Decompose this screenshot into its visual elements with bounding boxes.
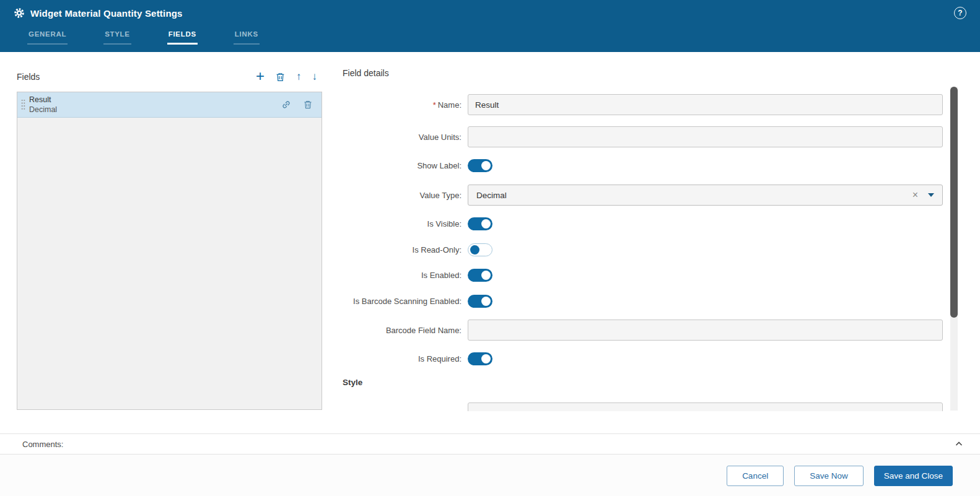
drag-handle-icon[interactable] xyxy=(21,99,25,110)
header: Widget Material Quantity Settings ? GENE… xyxy=(0,0,980,52)
comments-label: Comments: xyxy=(22,440,63,449)
field-details-title: Field details xyxy=(343,68,389,78)
window-title: Widget Material Quantity Settings xyxy=(30,8,183,19)
title-row: Widget Material Quantity Settings ? xyxy=(0,0,980,26)
is-enabled-row: Is Enabled: xyxy=(343,269,957,282)
footer: Cancel Save Now Save and Close xyxy=(0,455,980,496)
link-icon[interactable] xyxy=(281,100,291,110)
is-read-only-label: Is Read-Only: xyxy=(343,245,468,255)
value-type-row: Value Type: Decimal × xyxy=(343,185,957,206)
tab-fields[interactable]: FIELDS xyxy=(167,30,198,45)
save-now-button[interactable]: Save Now xyxy=(794,466,864,486)
is-required-label: Is Required: xyxy=(343,354,468,363)
is-enabled-toggle[interactable] xyxy=(468,269,492,282)
gear-icon xyxy=(14,7,25,19)
cancel-button[interactable]: Cancel xyxy=(727,466,784,486)
name-input[interactable] xyxy=(468,94,943,115)
comments-bar[interactable]: Comments: xyxy=(0,433,980,455)
barcode-field-name-input[interactable] xyxy=(468,320,943,341)
show-label-label: Show Label: xyxy=(343,161,468,170)
move-field-down-button[interactable]: ↓ xyxy=(312,71,318,83)
delete-field-button[interactable] xyxy=(275,72,286,82)
fields-list: Result Decimal xyxy=(17,92,322,410)
tab-general[interactable]: GENERAL xyxy=(27,30,68,45)
value-type-select[interactable]: Decimal × xyxy=(468,185,943,206)
is-enabled-label: Is Enabled: xyxy=(343,271,468,280)
show-label-row: Show Label: xyxy=(343,159,957,172)
is-required-toggle[interactable] xyxy=(468,352,492,365)
show-label-toggle[interactable] xyxy=(468,159,492,172)
list-item-result[interactable]: Result Decimal xyxy=(17,92,322,118)
tab-style[interactable]: STYLE xyxy=(103,30,131,45)
details-scrollbar-track[interactable] xyxy=(950,87,958,411)
is-visible-label: Is Visible: xyxy=(343,219,468,228)
tab-bar: GENERAL STYLE FIELDS LINKS xyxy=(0,26,980,52)
required-asterisk: * xyxy=(433,100,436,110)
trash-icon[interactable] xyxy=(303,100,313,110)
is-read-only-row: Is Read-Only: xyxy=(343,243,957,256)
is-barcode-scanning-row: Is Barcode Scanning Enabled: xyxy=(343,295,957,308)
chevron-down-icon[interactable] xyxy=(928,193,934,197)
field-item-type: Decimal xyxy=(29,105,57,115)
is-read-only-toggle[interactable] xyxy=(468,243,492,256)
name-row: *Name: xyxy=(343,94,957,115)
is-visible-toggle[interactable] xyxy=(468,217,492,230)
help-icon[interactable]: ? xyxy=(954,7,966,19)
fields-panel-title: Fields xyxy=(17,72,40,82)
is-barcode-scanning-label: Is Barcode Scanning Enabled: xyxy=(343,297,468,306)
is-visible-row: Is Visible: xyxy=(343,217,957,230)
value-units-label: Value Units: xyxy=(343,133,468,142)
field-details-panel: Field details *Name: Value Units: Show L… xyxy=(343,67,957,411)
field-item-name: Result xyxy=(29,95,57,105)
is-required-row: Is Required: xyxy=(343,352,957,365)
barcode-field-name-row: Barcode Field Name: xyxy=(343,320,957,341)
details-scrollbar-thumb[interactable] xyxy=(950,87,958,318)
value-type-value: Decimal xyxy=(476,191,507,200)
value-units-row: Value Units: xyxy=(343,126,957,147)
field-item-text: Result Decimal xyxy=(29,95,57,115)
fields-toolbar: + ↑ ↓ xyxy=(256,71,322,83)
tab-links[interactable]: LINKS xyxy=(234,30,260,45)
save-and-close-button[interactable]: Save and Close xyxy=(874,466,953,486)
clipped-style-row xyxy=(343,402,957,411)
is-barcode-scanning-toggle[interactable] xyxy=(468,295,492,308)
clipped-style-input[interactable] xyxy=(468,402,943,411)
name-label: *Name: xyxy=(343,100,468,110)
move-field-up-button[interactable]: ↑ xyxy=(296,71,302,83)
value-type-label: Value Type: xyxy=(343,191,468,200)
fields-panel-header: Fields + ↑ ↓ xyxy=(17,66,322,88)
value-units-input[interactable] xyxy=(468,126,943,147)
clear-icon[interactable]: × xyxy=(912,189,928,201)
widget-settings-window: Widget Material Quantity Settings ? GENE… xyxy=(0,0,980,496)
style-section-heading: Style xyxy=(343,378,362,387)
barcode-field-name-label: Barcode Field Name: xyxy=(343,326,468,335)
chevron-up-icon[interactable] xyxy=(954,439,964,449)
add-field-button[interactable]: + xyxy=(256,71,265,81)
